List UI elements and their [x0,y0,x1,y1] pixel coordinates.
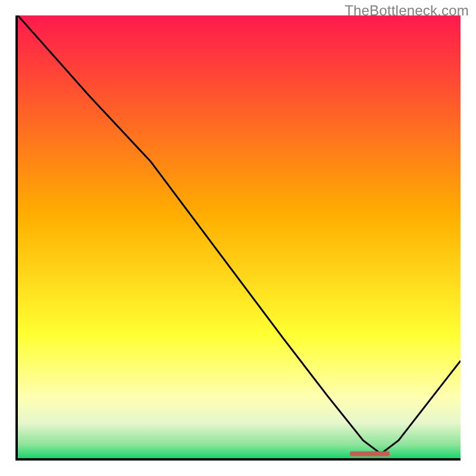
chart-stage: TheBottleneck.com [0,0,476,476]
gradient-rect [18,15,461,458]
minimum-marker [350,452,390,456]
plot-svg [18,15,461,458]
x-axis [15,458,461,461]
plot-area [18,15,461,458]
